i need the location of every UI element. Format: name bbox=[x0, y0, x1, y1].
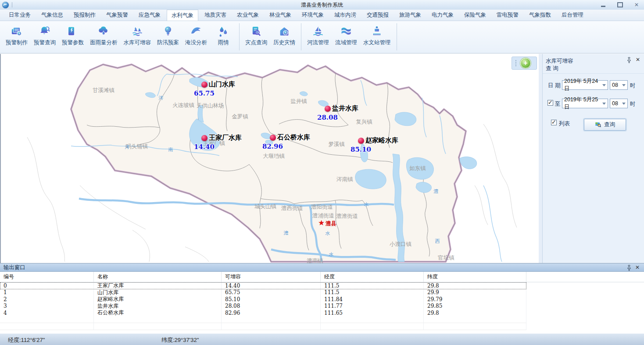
menu-item-13[interactable]: 旅游气象 bbox=[395, 10, 426, 21]
table-row[interactable]: 1山门水库65.75111.529.9 bbox=[0, 289, 526, 296]
menu-item-1[interactable]: 日常业务 bbox=[4, 10, 35, 21]
menu-item-4[interactable]: 气象预警 bbox=[102, 10, 132, 21]
tool-button-label: 防汛预案 bbox=[157, 39, 179, 46]
menu-item-10[interactable]: 环境气象 bbox=[297, 10, 328, 21]
menu-item-11[interactable]: 城市内涝 bbox=[330, 10, 361, 21]
column-header-2[interactable]: 名称 bbox=[94, 272, 222, 282]
tool-warn-query-button[interactable]: 预警查询 bbox=[31, 23, 59, 47]
tool-warn-params-button[interactable]: 预警参数 bbox=[59, 23, 87, 47]
date-label: 日 期 bbox=[548, 82, 560, 89]
reservoir-marker[interactable] bbox=[325, 106, 331, 112]
menu-item-18[interactable]: 后台管理 bbox=[557, 10, 588, 21]
menu-item-7[interactable]: 地质灾害 bbox=[200, 10, 231, 21]
river-name-label: 南 bbox=[168, 146, 173, 153]
menu-item-12[interactable]: 交通预报 bbox=[362, 10, 393, 21]
reservoir-marker[interactable] bbox=[201, 82, 208, 88]
tool-rain-analysis-button[interactable]: 面雨量分析 bbox=[87, 23, 121, 47]
date-to-select[interactable]: 2019年 5月25日 bbox=[562, 99, 608, 108]
date-from-select[interactable]: 2019年 5月24日 bbox=[562, 80, 608, 90]
minimize-button[interactable] bbox=[600, 2, 606, 8]
menu-item-3[interactable]: 预报制作 bbox=[69, 10, 100, 21]
menu-item-15[interactable]: 保险气象 bbox=[460, 10, 490, 21]
town-label: 复兴镇 bbox=[356, 118, 372, 126]
restore-button[interactable] bbox=[617, 2, 623, 8]
river-name-label: 澧 bbox=[434, 188, 439, 195]
reservoir-icon bbox=[130, 24, 145, 38]
close-button[interactable]: ✕ bbox=[633, 2, 640, 8]
panel-splitter[interactable] bbox=[539, 54, 542, 263]
reservoir-name-label: 王家厂水库 bbox=[209, 134, 242, 142]
menu-item-16[interactable]: 雷电预警 bbox=[492, 10, 523, 21]
reservoir-marker[interactable] bbox=[201, 135, 208, 141]
table-cell: 111.77 bbox=[321, 303, 424, 310]
table-cell bbox=[94, 323, 222, 330]
panel-close-icon[interactable]: ✕ bbox=[636, 57, 640, 63]
tool-button-label: 水库可增容 bbox=[124, 39, 151, 46]
query-button[interactable]: 查询 bbox=[584, 119, 626, 131]
tool-submerge-button[interactable]: 淹没分析 bbox=[182, 23, 210, 47]
panel-subtitle: 查 询 bbox=[546, 65, 558, 72]
table-row[interactable]: 3盐井水库28.08111.7729.85 bbox=[0, 303, 526, 310]
table-cell: 85.10 bbox=[222, 296, 321, 303]
reservoir-capacity-value: 14.40 bbox=[194, 143, 215, 151]
hour-from-select[interactable]: 08 bbox=[610, 80, 628, 90]
menu-item-2[interactable]: 气象信息 bbox=[37, 10, 68, 21]
column-header-5[interactable]: 纬度 bbox=[424, 272, 526, 282]
tool-river-button[interactable]: 河流管理 bbox=[304, 23, 332, 47]
hour-to-select[interactable]: 08 bbox=[610, 99, 628, 108]
table-row[interactable]: 4石公桥水库82.96111.6529.8 bbox=[0, 309, 526, 317]
tool-hydro-button[interactable]: 水文站管理 bbox=[360, 23, 394, 47]
table-row[interactable]: 2赵家峪水库85.10111.8429.79 bbox=[0, 296, 526, 303]
warn-make-icon bbox=[9, 24, 24, 38]
pin-icon[interactable] bbox=[626, 265, 632, 271]
menu-item-8[interactable]: 农业气象 bbox=[233, 10, 263, 21]
toolbar: 预警制作预警查询预警参数面雨量分析水库可增容防汛预案淹没分析雨情灾点查询历史灾情… bbox=[0, 21, 644, 53]
table-cell: 石公桥水库 bbox=[94, 309, 222, 317]
tool-warn-make-button[interactable]: 预警制作 bbox=[3, 23, 31, 47]
reservoir-marker[interactable] bbox=[358, 138, 364, 144]
hour-from-value: 08 bbox=[612, 82, 618, 88]
column-header-4[interactable]: 经度 bbox=[321, 272, 424, 282]
tool-reservoir-button[interactable]: 水库可增容 bbox=[121, 23, 154, 47]
column-header-1[interactable]: 编号 bbox=[0, 272, 94, 282]
tool-disaster-history-button[interactable]: 历史灾情 bbox=[270, 23, 298, 47]
column-header-3[interactable]: 可增容 bbox=[222, 272, 321, 282]
town-label: 盐井镇 bbox=[290, 98, 307, 105]
title-bar: 澧县业务制作系统 ✕ bbox=[0, 0, 644, 10]
table-cell bbox=[222, 323, 321, 330]
river-name-label: 涔 bbox=[159, 95, 164, 101]
toolbar-grip-handle[interactable] bbox=[514, 60, 518, 66]
town-label: 澧阳街道 bbox=[311, 203, 333, 211]
to-checkbox[interactable] bbox=[547, 100, 553, 106]
table-row[interactable]: 0王家厂水库14.40111.529.8 bbox=[0, 282, 526, 289]
town-label: 甘溪滩镇 bbox=[93, 87, 114, 94]
tool-rain-button[interactable]: 雨情 bbox=[210, 23, 236, 47]
map-canvas[interactable]: 甘溪滩镇火连坡镇天供山林场金罗镇码头铺镇王家厂镇盐井镇复兴镇梦溪镇大堰垱镇涔南镇… bbox=[0, 54, 539, 263]
reservoir-capacity-value: 28.08 bbox=[317, 114, 338, 121]
table-cell: 111.65 bbox=[321, 309, 424, 317]
menu-item-6[interactable]: 水利气象 bbox=[167, 10, 198, 21]
town-label: 城头山镇 bbox=[254, 203, 276, 210]
output-close-icon[interactable]: ✕ bbox=[635, 264, 640, 270]
menu-item-5[interactable]: 应急气象 bbox=[134, 10, 165, 21]
county-star-icon: ★ bbox=[318, 219, 325, 227]
pin-icon[interactable] bbox=[626, 57, 632, 63]
reservoir-marker[interactable] bbox=[270, 135, 276, 141]
zoom-in-button[interactable]: + bbox=[520, 58, 531, 68]
tool-disaster-query-button[interactable]: 灾点查询 bbox=[242, 23, 270, 47]
to-label: 至 bbox=[555, 100, 561, 108]
table-cell: 29.85 bbox=[424, 303, 526, 310]
list-checkbox[interactable] bbox=[551, 120, 557, 125]
tool-flood-plan-button[interactable]: 防汛预案 bbox=[154, 23, 182, 47]
menu-item-17[interactable]: 气象指数 bbox=[525, 10, 555, 21]
table-cell: 29.9 bbox=[424, 289, 526, 296]
submerge-icon bbox=[189, 24, 204, 38]
menu-item-9[interactable]: 林业气象 bbox=[265, 10, 296, 21]
tool-basin-button[interactable]: 流域管理 bbox=[332, 23, 360, 47]
table-cell: 29.79 bbox=[424, 296, 526, 303]
tool-button-label: 预警制作 bbox=[6, 39, 28, 46]
tool-button-label: 预警参数 bbox=[62, 39, 84, 46]
table-cell: 1 bbox=[0, 289, 94, 296]
menu-item-14[interactable]: 电力气象 bbox=[427, 10, 458, 21]
disaster-query-icon bbox=[249, 24, 264, 38]
